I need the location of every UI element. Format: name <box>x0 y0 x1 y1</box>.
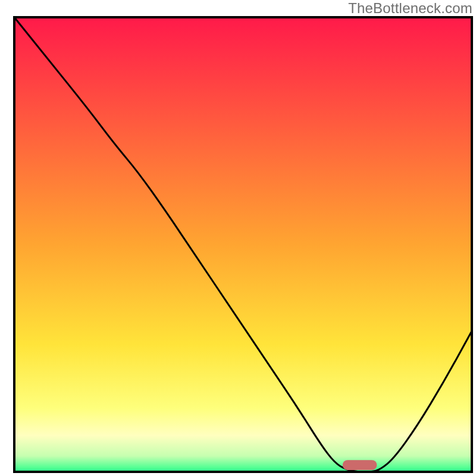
watermark-text: TheBottleneck.com <box>348 0 472 17</box>
plot-area <box>14 17 472 472</box>
bottleneck-chart <box>0 0 476 476</box>
optimal-marker <box>343 460 377 470</box>
chart-container: TheBottleneck.com <box>0 0 476 476</box>
gradient-background <box>14 17 472 472</box>
